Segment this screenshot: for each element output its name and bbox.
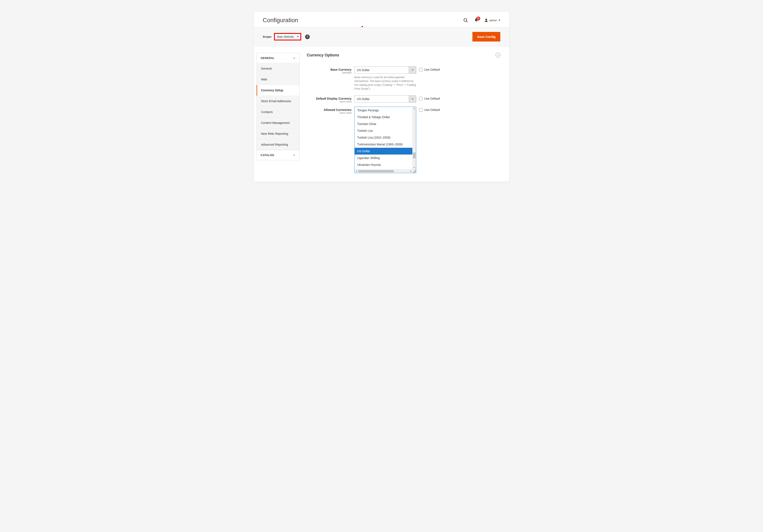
scroll-thumb[interactable] xyxy=(358,170,394,172)
scroll-track[interactable] xyxy=(413,111,416,165)
search-icon[interactable] xyxy=(463,18,468,23)
field-label: Default Display Currency [store view] xyxy=(307,95,352,103)
currency-option[interactable]: Turkmenistani Manat (1993–2009) xyxy=(355,141,412,148)
currency-option[interactable]: Turkish Lira (1922–2005) xyxy=(355,134,412,141)
collapse-icon[interactable] xyxy=(495,53,500,57)
field-label: Base Currency [website] xyxy=(307,66,352,74)
use-default-checkbox[interactable] xyxy=(419,97,423,100)
chevron-up-icon xyxy=(293,57,295,59)
nav-item-adv-reporting[interactable]: Advanced Reporting xyxy=(257,139,299,150)
field-label: Allowed Currencies [store view] xyxy=(307,107,352,114)
scroll-thumb[interactable] xyxy=(413,153,415,159)
nav-item-general[interactable]: General xyxy=(257,63,299,74)
scope-label: Scope: xyxy=(263,35,272,38)
field-default-display-currency: Default Display Currency [store view] US… xyxy=(307,95,500,103)
vertical-scrollbar[interactable] xyxy=(412,107,416,169)
scroll-up-arrow[interactable] xyxy=(413,107,416,111)
use-default-allowed-currencies[interactable]: Use Default xyxy=(419,107,500,112)
config-panel: Configuration 11 admin xyxy=(254,12,509,181)
currency-option[interactable]: Ukrainian Hryvnia xyxy=(355,161,412,168)
admin-user-label: admin xyxy=(490,19,497,22)
horizontal-scrollbar[interactable] xyxy=(355,169,416,173)
scope-bar: Scope: Main Website ? Save Config xyxy=(254,27,509,47)
help-icon[interactable]: ? xyxy=(305,35,310,39)
save-config-button[interactable]: Save Config xyxy=(473,32,500,42)
field-hint: Base currency is used for all online pay… xyxy=(355,75,416,91)
scope-select[interactable]: Main Website xyxy=(274,33,301,41)
caret-down-icon xyxy=(498,20,500,21)
nav-item-new-relic[interactable]: New Relic Reporting xyxy=(257,128,299,139)
field-allowed-currencies: Allowed Currencies [store view] Tongan P… xyxy=(307,107,500,173)
config-sidenav: GENERAL General Web Currency Setup Store… xyxy=(256,47,299,181)
section-header[interactable]: Currency Options xyxy=(307,53,500,60)
use-default-checkbox[interactable] xyxy=(419,108,423,112)
multiselect-list[interactable]: Tongan Pa'angaTrinidad & Tobago DollarTu… xyxy=(355,107,412,169)
svg-line-2 xyxy=(466,21,468,22)
svg-point-3 xyxy=(476,21,477,22)
caret-down-icon xyxy=(297,36,299,37)
currency-option[interactable]: Trinidad & Tobago Dollar xyxy=(355,114,412,121)
user-icon xyxy=(484,18,488,22)
nav-group-general: GENERAL General Web Currency Setup Store… xyxy=(257,53,299,150)
nav-group-catalog: CATALOG xyxy=(257,150,299,160)
nav-item-currency-setup[interactable]: Currency Setup xyxy=(257,85,299,96)
nav-item-content-mgmt[interactable]: Content Management xyxy=(257,118,299,128)
nav-item-web[interactable]: Web xyxy=(257,74,299,85)
admin-user-dropdown[interactable]: admin xyxy=(484,18,500,22)
use-default-display-currency[interactable]: Use Default xyxy=(419,95,500,100)
main-content: Currency Options Base Currency [website]… xyxy=(299,47,509,181)
nav-group-header[interactable]: CATALOG xyxy=(257,150,299,160)
scroll-right-arrow[interactable] xyxy=(409,170,413,172)
section-title: Currency Options xyxy=(307,53,495,57)
currency-option[interactable]: Ugandan Shilling xyxy=(355,155,412,161)
currency-option[interactable]: Turkish Lira xyxy=(355,127,412,134)
svg-point-4 xyxy=(486,19,487,21)
scroll-down-arrow[interactable] xyxy=(413,165,416,169)
page-title: Configuration xyxy=(263,17,463,24)
nav-group-header[interactable]: GENERAL xyxy=(257,53,299,63)
use-default-base-currency[interactable]: Use Default xyxy=(419,66,500,71)
currency-option[interactable]: United Arab Emirates Dirham xyxy=(355,168,412,169)
scroll-track[interactable] xyxy=(358,169,409,173)
currency-option[interactable]: US Dollar xyxy=(355,148,412,155)
dropdown-button xyxy=(409,67,416,73)
currency-option[interactable]: Tongan Pa'anga xyxy=(355,107,412,114)
scroll-left-arrow[interactable] xyxy=(355,170,358,172)
allowed-currencies-multiselect[interactable]: Tongan Pa'angaTrinidad & Tobago DollarTu… xyxy=(355,107,416,173)
nav-item-store-email[interactable]: Store Email Addresses xyxy=(257,96,299,107)
dropdown-button xyxy=(409,96,416,102)
field-base-currency: Base Currency [website] US Dollar Base c… xyxy=(307,66,500,91)
notifications-icon[interactable]: 11 xyxy=(474,18,478,23)
base-currency-select[interactable]: US Dollar xyxy=(355,66,416,74)
page-header: Configuration 11 admin xyxy=(254,12,509,27)
scope-select-value: Main Website xyxy=(277,35,294,38)
svg-point-1 xyxy=(464,18,467,21)
resize-handle-icon[interactable] xyxy=(413,169,416,173)
notification-badge: 11 xyxy=(476,17,480,21)
chevron-down-icon xyxy=(293,154,295,157)
default-display-currency-select[interactable]: US Dollar xyxy=(355,95,416,103)
nav-item-contacts[interactable]: Contacts xyxy=(257,107,299,118)
use-default-checkbox[interactable] xyxy=(419,68,423,71)
currency-option[interactable]: Tunisian Dinar xyxy=(355,121,412,127)
